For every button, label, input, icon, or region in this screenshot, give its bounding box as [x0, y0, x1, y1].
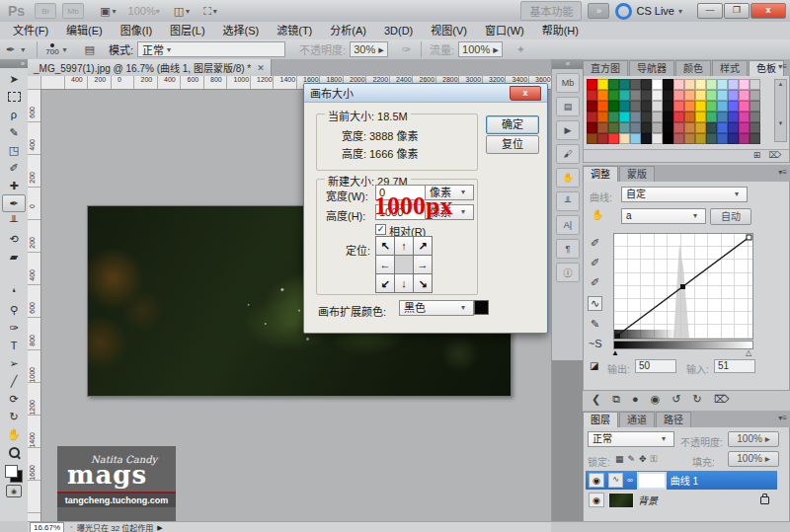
color-swatch[interactable] — [750, 90, 760, 101]
hand-tool[interactable]: ✋ — [2, 425, 26, 443]
color-swatch[interactable] — [695, 79, 706, 90]
color-swatch[interactable] — [695, 133, 706, 144]
menu-item-1[interactable]: 编辑(E) — [57, 22, 112, 39]
color-swatch[interactable] — [739, 122, 750, 133]
color-swatch[interactable] — [750, 79, 760, 90]
color-swatch[interactable] — [706, 90, 717, 101]
tab-layers-1[interactable]: 通道 — [619, 412, 655, 427]
color-swatch[interactable] — [663, 101, 673, 112]
visibility-eye-icon[interactable]: ◉ — [589, 493, 604, 507]
lock-move-icon[interactable]: ✥ — [639, 454, 647, 465]
color-swatch[interactable] — [619, 122, 630, 133]
output-value[interactable]: 50 — [635, 359, 676, 373]
color-swatch[interactable] — [673, 101, 684, 112]
ext-color-swatch[interactable] — [474, 300, 489, 315]
info-panel[interactable]: ⓘ — [556, 263, 580, 282]
channel-select[interactable]: a▾ — [621, 208, 706, 224]
color-swatch[interactable] — [684, 112, 695, 122]
tab-swatches-2[interactable]: 颜色 — [675, 60, 711, 76]
tab-swatches-1[interactable]: 导航器 — [629, 60, 674, 76]
tab-layers-0[interactable]: 图层 — [583, 412, 618, 427]
new-swatch-icon[interactable]: ⊞ — [753, 150, 761, 162]
menu-item-0[interactable]: 文件(F) — [4, 22, 57, 39]
anchor-cell-1[interactable]: ↑ — [394, 236, 414, 256]
restore-button[interactable]: ❐ — [724, 3, 750, 19]
status-arrow-button[interactable]: ▶ — [157, 524, 162, 532]
eyedropper-tool[interactable]: ✐ — [2, 159, 26, 177]
tab-adjustments-0[interactable]: 调整 — [583, 166, 618, 182]
color-swatch[interactable] — [750, 133, 760, 144]
color-swatch[interactable] — [652, 79, 663, 90]
color-swatch[interactable] — [728, 133, 739, 144]
paragraph-panel[interactable]: ¶ — [556, 239, 580, 259]
view-extras-icon[interactable]: ▣ — [100, 5, 110, 18]
color-swatch[interactable] — [706, 112, 717, 122]
color-swatch[interactable] — [663, 112, 673, 122]
color-swatch[interactable] — [597, 122, 608, 133]
color-swatch[interactable] — [673, 90, 684, 101]
layer-mask-thumbnail[interactable] — [637, 472, 667, 490]
color-swatch[interactable] — [641, 79, 652, 90]
status-zoom-input[interactable]: 16.67% — [30, 522, 64, 532]
input-value[interactable]: 51 — [714, 359, 755, 373]
marquee-tool[interactable] — [2, 88, 26, 106]
document-tab[interactable]: _MG_5997(1).jpg @ 16.7% (曲线 1, 图层蒙版/8) *… — [28, 59, 272, 76]
mask-link-icon[interactable]: ∞ — [627, 476, 633, 485]
color-swatch[interactable] — [587, 122, 597, 133]
layer-row-curves[interactable]: ◉ ∿ ∞ 曲线 1 — [586, 471, 777, 490]
toggle-brush-panel-icon[interactable]: ▤ — [85, 43, 95, 56]
zoom-tool[interactable] — [2, 443, 26, 461]
color-swatch[interactable] — [630, 79, 641, 90]
color-swatch[interactable] — [619, 79, 630, 90]
color-swatch[interactable] — [641, 90, 652, 101]
visibility-eye-icon[interactable]: ◉ — [589, 473, 604, 488]
color-swatch[interactable] — [706, 79, 717, 90]
clip-to-layer-icon[interactable]: ⧉ — [612, 393, 620, 406]
layer-row-background[interactable]: ◉ 背景 — [586, 491, 777, 509]
ok-button[interactable]: 确定 — [486, 115, 539, 134]
3d-rotate-tool[interactable]: ⟳ — [2, 390, 26, 408]
color-swatch[interactable] — [739, 90, 750, 101]
lock-all-icon[interactable]: ⚿ — [651, 454, 658, 465]
color-swatch[interactable] — [641, 112, 652, 122]
workspace-expand-button[interactable]: » — [588, 3, 609, 19]
dodge-tool[interactable]: ⚲ — [2, 301, 26, 319]
color-swatch[interactable] — [597, 112, 608, 122]
auto-button[interactable]: 自动 — [710, 208, 751, 225]
color-swatch[interactable] — [587, 133, 597, 144]
brush-tool[interactable]: ✒ — [2, 194, 26, 212]
menu-item-3[interactable]: 图层(L) — [161, 22, 213, 39]
color-swatch[interactable] — [739, 133, 750, 144]
3d-roll-tool[interactable]: ↻ — [2, 408, 26, 425]
color-swatch[interactable] — [739, 101, 750, 112]
blend-mode-select[interactable]: 正常▾ — [137, 41, 285, 57]
color-swatch[interactable] — [663, 90, 673, 101]
reset-button[interactable]: 复位 — [486, 135, 539, 154]
color-swatch[interactable] — [695, 101, 706, 112]
tab-swatches-0[interactable]: 直方图 — [583, 60, 628, 76]
anchor-cell-2[interactable]: ↗ — [413, 236, 433, 256]
layers-opacity-field[interactable]: 100% ▸ — [728, 431, 779, 447]
color-swatch[interactable] — [673, 133, 684, 144]
delete-adjustment-icon[interactable]: ⌦ — [714, 393, 730, 406]
color-swatch[interactable] — [652, 112, 663, 122]
menu-item-8[interactable]: 视图(V) — [422, 22, 476, 39]
curves-preset-select[interactable]: 自定▾ — [621, 187, 748, 202]
color-swatch[interactable] — [717, 101, 728, 112]
color-swatch[interactable] — [750, 101, 760, 112]
type-tool[interactable]: T — [2, 337, 26, 354]
tool-presets-panel[interactable]: ✋ — [556, 168, 580, 188]
opacity-field[interactable]: 30% ▸ — [350, 41, 388, 57]
color-swatch[interactable] — [673, 122, 684, 133]
menu-item-10[interactable]: 帮助(H) — [533, 22, 588, 39]
curves-grid[interactable] — [613, 233, 753, 340]
panel-menu-icon[interactable]: ▾≡ — [778, 62, 787, 71]
foreground-background-swatches[interactable] — [5, 465, 23, 483]
color-swatch[interactable] — [739, 112, 750, 122]
color-swatch[interactable] — [608, 133, 619, 144]
ext-color-select[interactable]: 黑色▾ — [399, 300, 474, 316]
previous-state-icon[interactable]: ◉ — [651, 393, 661, 406]
color-swatch[interactable] — [619, 101, 630, 112]
character-panel[interactable]: A| — [556, 215, 580, 235]
color-swatch[interactable] — [684, 133, 695, 144]
